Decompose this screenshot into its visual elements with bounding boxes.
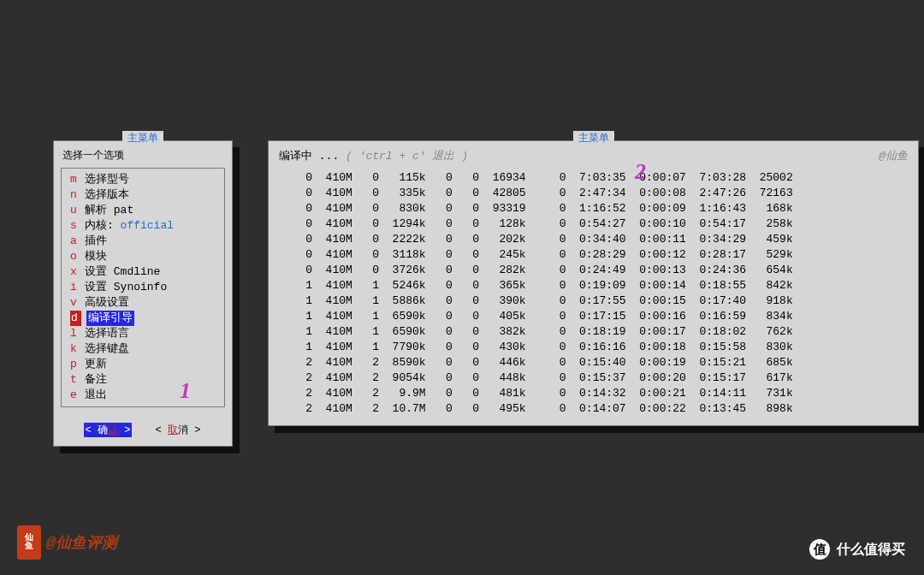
watermark-stamp: 仙 鱼 @仙鱼评测	[17, 525, 117, 560]
menu-key: d	[70, 311, 81, 326]
seal-icon: 仙 鱼	[17, 525, 41, 560]
dialog-prompt: 选择一个选项	[62, 148, 225, 163]
menu-key: u	[70, 203, 80, 218]
menu-list[interactable]: m选择型号n选择版本u解析 pats内核: officiala插件o模块x设置 …	[61, 168, 225, 407]
menu-item-m[interactable]: m选择型号	[70, 172, 219, 187]
terminal-title: 主菜单	[573, 131, 614, 145]
smzdm-watermark: 值 什么值得买	[809, 539, 905, 560]
menu-item-i[interactable]: i设置 Synoinfo	[70, 280, 219, 295]
menu-item-l[interactable]: l选择语言	[70, 326, 219, 341]
menu-key: o	[70, 249, 80, 264]
ok-button[interactable]: < 确认 >	[84, 423, 133, 437]
compile-terminal: 主菜单 编译中 ... ( 'ctrl + c' 退出 ) @仙鱼 0 410M…	[268, 140, 919, 426]
menu-item-o[interactable]: o模块	[70, 249, 219, 264]
menu-key: n	[70, 187, 80, 203]
progress-table: 0 410M 0 115k 0 0 16934 0 7:03:35 0:00:0…	[279, 170, 908, 417]
watermark-text: @仙鱼评测	[46, 532, 117, 553]
menu-key: a	[70, 234, 80, 249]
cancel-button[interactable]: < 取消 >	[154, 423, 203, 437]
menu-item-e[interactable]: e退出	[70, 388, 219, 403]
annotation-1: 1	[180, 378, 191, 404]
menu-key: x	[70, 264, 80, 280]
menu-label: 备注	[85, 372, 107, 388]
menu-key: m	[70, 172, 80, 187]
menu-key: t	[70, 372, 80, 388]
menu-label: 内核: official	[85, 218, 174, 234]
menu-label: 选择型号	[85, 172, 129, 187]
menu-label: 选择版本	[85, 187, 129, 203]
menu-item-k[interactable]: k选择键盘	[70, 341, 219, 357]
menu-label: 模块	[85, 249, 107, 264]
menu-item-t[interactable]: t备注	[70, 372, 219, 388]
menu-key: l	[70, 326, 80, 341]
main-menu-dialog: 主菜单 选择一个选项 m选择型号n选择版本u解析 pats内核: officia…	[53, 140, 233, 447]
menu-key: s	[70, 218, 80, 234]
menu-label: 高级设置	[85, 295, 129, 311]
menu-key: p	[70, 357, 80, 372]
menu-label: 解析 pat	[85, 203, 133, 218]
menu-item-v[interactable]: v高级设置	[70, 295, 219, 311]
menu-label: 设置 Synoinfo	[85, 280, 167, 295]
menu-label: 设置 Cmdline	[85, 264, 160, 280]
menu-item-x[interactable]: x设置 Cmdline	[70, 264, 219, 280]
menu-label: 插件	[85, 234, 107, 249]
menu-key: i	[70, 280, 80, 295]
menu-item-s[interactable]: s内核: official	[70, 218, 219, 234]
menu-item-n[interactable]: n选择版本	[70, 187, 219, 203]
menu-label: 编译引导	[86, 311, 134, 326]
dialog-buttons: < 确认 > < 取消 >	[61, 423, 225, 437]
menu-label: 更新	[85, 357, 107, 372]
menu-key: k	[70, 341, 80, 357]
menu-key: e	[70, 388, 80, 403]
smzdm-badge-icon: 值	[809, 539, 830, 560]
menu-item-u[interactable]: u解析 pat	[70, 203, 219, 218]
author-handle: @仙鱼	[879, 148, 908, 163]
menu-label: 选择键盘	[85, 341, 129, 357]
smzdm-text: 什么值得买	[837, 541, 905, 559]
menu-item-p[interactable]: p更新	[70, 357, 219, 372]
dialog-title: 主菜单	[122, 131, 163, 145]
annotation-2: 2	[635, 159, 646, 185]
menu-key: v	[70, 295, 80, 311]
menu-item-a[interactable]: a插件	[70, 234, 219, 249]
compile-status: 编译中 ... ( 'ctrl + c' 退出 )	[279, 148, 468, 163]
menu-label: 退出	[85, 388, 107, 403]
menu-label: 选择语言	[85, 326, 129, 341]
menu-item-d[interactable]: d编译引导	[70, 311, 219, 326]
terminal-header: 编译中 ... ( 'ctrl + c' 退出 ) @仙鱼	[279, 148, 908, 163]
